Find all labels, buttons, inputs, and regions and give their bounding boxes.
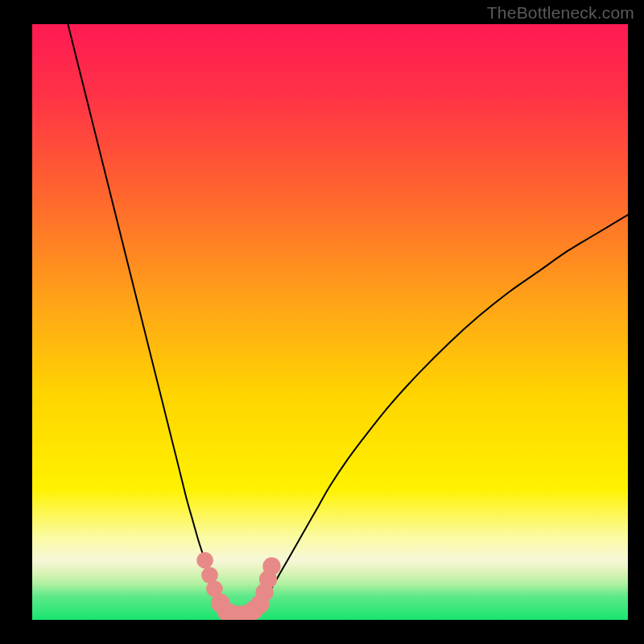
valley-markers: [196, 552, 280, 620]
chart-svg-layer: [32, 24, 628, 620]
valley-marker: [262, 557, 280, 575]
plot-area: [32, 24, 628, 620]
watermark-text: TheBottleneck.com: [487, 3, 634, 23]
chart-frame: TheBottleneck.com: [0, 0, 644, 644]
bottleneck-curve: [68, 24, 628, 617]
valley-marker: [196, 552, 213, 569]
